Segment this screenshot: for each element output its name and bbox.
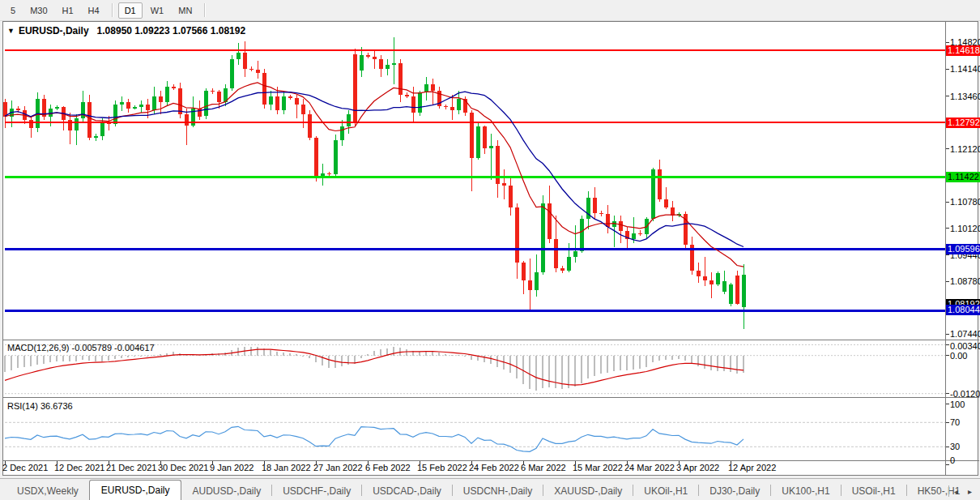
price-level-badge[interactable]: 1.11422 [946, 172, 980, 182]
macd-rsi-divider[interactable] [3, 397, 979, 398]
date-tick-label: 6 Feb 2022 [365, 463, 411, 472]
price-macd-divider[interactable] [3, 340, 979, 340]
date-tick-label: 15 Mar 2022 [573, 463, 623, 472]
price-tick-mark [946, 69, 949, 70]
macd-tick-label: -0.012058 [950, 389, 980, 399]
date-tick-label: 3 Apr 2022 [676, 463, 719, 472]
price-tick-mark [946, 228, 949, 229]
chart-dropdown-icon[interactable]: ▼ [7, 27, 15, 35]
macd-indicator-label: MACD(12,26,9) -0.005789 -0.004617 [7, 343, 155, 353]
date-tick-label: 15 Feb 2022 [417, 463, 467, 472]
price-tick-mark [946, 281, 949, 282]
macd-tick-mark [946, 393, 949, 394]
chart-title: ▼EURUSD-,Daily1.08950 1.09223 1.07566 1.… [7, 25, 245, 36]
date-tick-label: 27 Jan 2022 [313, 463, 363, 472]
price-tick-label: 1.07440 [950, 329, 980, 339]
date-tick-label: 9 Jan 2022 [210, 463, 254, 472]
chart-canvas[interactable] [0, 0, 980, 500]
chart-ohlc-values: 1.08950 1.09223 1.07566 1.08192 [97, 25, 246, 36]
rsi-dateaxis-divider [3, 460, 979, 461]
price-tick-label: 1.08780 [950, 276, 980, 286]
macd-tick-label: 0.00 [950, 351, 967, 361]
price-tick-label: 1.13460 [950, 92, 980, 101]
price-tick-label: 1.14140 [950, 64, 980, 74]
rsi-tick-label: 30 [950, 442, 960, 451]
date-tick-label: 24 Mar 2022 [624, 463, 675, 472]
price-level-badge[interactable]: 1.14618 [946, 45, 980, 56]
price-level-badge[interactable]: 1.09596 [946, 244, 980, 254]
price-tick-label: 1.10780 [950, 197, 980, 207]
date-tick-label: 12 Dec 2021 [54, 463, 104, 472]
rsi-tick-label: 0 [950, 455, 955, 465]
date-tick-label: 2 Dec 2021 [2, 463, 48, 472]
macd-tick-mark [946, 355, 949, 356]
rsi-tick-mark [946, 447, 949, 447]
price-tick-label: 1.12120 [950, 144, 980, 154]
rsi-tick-label: 100 [950, 400, 965, 409]
price-level-badge[interactable]: 1.08044 [946, 305, 980, 315]
rsi-tick-mark [946, 464, 949, 465]
date-tick-label: 21 Dec 2021 [106, 463, 156, 472]
price-tick-mark [946, 148, 949, 149]
chart-symbol-label: EURUSD-,Daily [19, 25, 89, 36]
price-tick-mark [946, 96, 949, 96]
date-tick-label: 12 Apr 2022 [728, 463, 776, 472]
macd-tick-label: 0.003408 [950, 341, 980, 351]
price-tick-mark [946, 202, 949, 203]
price-tick-mark [946, 334, 949, 335]
date-tick-label: 6 Mar 2022 [521, 463, 566, 472]
price-tick-mark [946, 42, 949, 43]
date-tick-label: 18 Jan 2022 [262, 463, 311, 472]
trading-app-window: 5M30H1H4D1W1MN ▼EURUSD-,Daily1.08950 1.0… [0, 0, 980, 500]
rsi-indicator-label: RSI(14) 36.6736 [7, 401, 73, 411]
price-level-badge[interactable]: 1.12792 [946, 118, 980, 128]
price-tick-mark [946, 254, 949, 255]
rsi-tick-mark [946, 404, 949, 404]
date-tick-label: 24 Feb 2022 [469, 463, 519, 472]
date-tick-label: 30 Dec 2021 [158, 463, 208, 472]
rsi-tick-mark [946, 422, 949, 423]
rsi-tick-label: 70 [950, 417, 960, 427]
price-tick-label: 1.10120 [950, 224, 980, 233]
macd-tick-mark [946, 344, 949, 345]
